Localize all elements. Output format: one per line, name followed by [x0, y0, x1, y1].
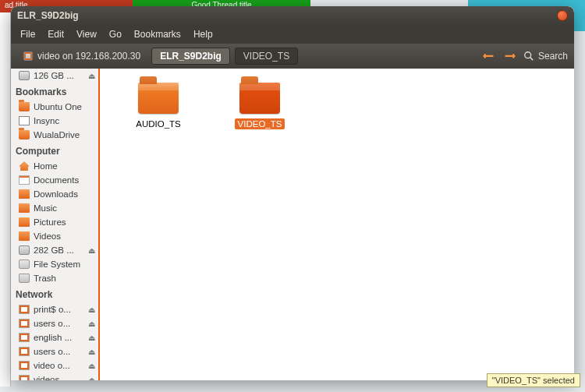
sidebar-item-label: Documents — [34, 175, 79, 185]
music-icon — [19, 203, 30, 213]
folder-item-video-ts[interactable]: VIDEO_TS — [225, 83, 295, 129]
sidebar-item-net-video[interactable]: video o...⏏ — [11, 358, 98, 373]
sidebar-item-label: File System — [34, 260, 80, 269]
menu-bookmarks[interactable]: Bookmarks — [129, 27, 186, 41]
menu-go[interactable]: Go — [105, 27, 126, 41]
sidebar-section-computer: Computer — [11, 142, 98, 159]
search-label: Search — [538, 51, 568, 62]
sidebar-item-insync[interactable]: Insync — [11, 114, 98, 128]
menu-help[interactable]: Help — [189, 27, 218, 41]
checkbox-icon — [19, 116, 30, 125]
sidebar-item-wualadrive[interactable]: WualaDrive — [11, 128, 98, 142]
network-share-icon — [19, 333, 30, 342]
sidebar-item-ubuntu-one[interactable]: Ubuntu One — [11, 100, 98, 114]
sidebar[interactable]: 126 GB ... ⏏ Bookmarks Ubuntu One Insync… — [11, 69, 100, 380]
eject-icon[interactable]: ⏏ — [88, 334, 95, 342]
downloads-icon — [19, 189, 30, 199]
folder-label: AUDIO_TS — [133, 118, 184, 129]
trash-icon — [19, 274, 30, 283]
eject-icon[interactable]: ⏏ — [88, 362, 95, 370]
search-button[interactable]: Search — [523, 51, 568, 62]
sidebar-item-net-english[interactable]: english ...⏏ — [11, 330, 98, 344]
eject-icon[interactable]: ⏏ — [88, 72, 95, 80]
device-chip[interactable]: video on 192.168.200.30 — [17, 49, 147, 63]
eject-icon[interactable]: ⏏ — [88, 320, 95, 328]
file-view[interactable]: AUDIO_TS VIDEO_TS — [100, 69, 574, 380]
pictures-icon — [19, 217, 30, 227]
bg-left-column — [0, 12, 11, 387]
sidebar-item-net-videos[interactable]: videos ...⏏ — [11, 373, 98, 380]
folder-label: VIDEO_TS — [235, 118, 285, 129]
close-icon[interactable] — [557, 10, 568, 21]
sidebar-item-drive-282[interactable]: 282 GB ...⏏ — [11, 243, 98, 257]
sidebar-item-label: english ... — [34, 333, 72, 342]
sidebar-item-downloads[interactable]: Downloads — [11, 187, 98, 201]
svg-point-0 — [525, 52, 531, 58]
folder-icon — [138, 83, 179, 114]
search-icon — [523, 51, 534, 62]
sidebar-item-label: video o... — [34, 361, 70, 370]
folder-icon — [19, 130, 30, 139]
sidebar-item-label: videos ... — [34, 375, 69, 380]
menubar: File Edit View Go Bookmarks Help — [11, 25, 574, 44]
network-share-icon — [19, 319, 30, 328]
pathbar: video on 192.168.200.30 ELR_S9D2big VIDE… — [11, 44, 574, 69]
sidebar-section-network: Network — [11, 285, 98, 302]
menu-view[interactable]: View — [72, 27, 101, 41]
device-label: video on 192.168.200.30 — [37, 51, 140, 62]
file-manager-window: ELR_S9D2big File Edit View Go Bookmarks … — [11, 6, 574, 380]
sidebar-item-label: users o... — [34, 347, 70, 356]
eject-icon[interactable]: ⏏ — [88, 246, 95, 255]
drive-icon — [19, 245, 30, 255]
sidebar-item-label: Home — [34, 161, 58, 171]
sidebar-item-net-print[interactable]: print$ o...⏏ — [11, 302, 98, 316]
folder-item-audio-ts[interactable]: AUDIO_TS — [123, 83, 193, 129]
network-share-icon — [19, 375, 30, 380]
sidebar-item-net-users2[interactable]: users o...⏏ — [11, 344, 98, 358]
sidebar-item-home[interactable]: Home — [11, 159, 98, 173]
network-share-icon — [19, 347, 30, 356]
sidebar-item-label: 126 GB ... — [34, 71, 74, 80]
sidebar-item-label: Insync — [34, 116, 59, 125]
sidebar-item-label: Pictures — [34, 217, 66, 227]
sidebar-item-pictures[interactable]: Pictures — [11, 215, 98, 229]
menu-file[interactable]: File — [16, 27, 40, 41]
document-icon — [19, 175, 30, 185]
sidebar-item-filesystem[interactable]: File System — [11, 257, 98, 271]
menu-edit[interactable]: Edit — [43, 27, 69, 41]
eject-icon[interactable]: ⏏ — [88, 376, 95, 381]
folder-icon — [239, 83, 280, 114]
folder-icon — [19, 102, 30, 111]
sidebar-item-videos[interactable]: Videos — [11, 229, 98, 243]
sidebar-item-music[interactable]: Music — [11, 201, 98, 215]
sidebar-item-label: Downloads — [34, 189, 78, 199]
eject-icon[interactable]: ⏏ — [88, 305, 95, 314]
sidebar-item-label: print$ o... — [34, 305, 71, 314]
sidebar-item-trash[interactable]: Trash — [11, 271, 98, 285]
sidebar-item-label: users o... — [34, 319, 70, 328]
back-icon[interactable]: 🠔 — [480, 48, 497, 64]
disk-icon — [23, 51, 33, 61]
sidebar-item-label: Videos — [34, 231, 61, 241]
network-share-icon — [19, 305, 30, 314]
sidebar-section-bookmarks: Bookmarks — [11, 83, 98, 100]
home-icon — [19, 161, 30, 171]
sidebar-item-net-users1[interactable]: users o...⏏ — [11, 316, 98, 330]
sidebar-item-documents[interactable]: Documents — [11, 173, 98, 187]
drive-icon — [19, 71, 30, 80]
window-title: ELR_S9D2big — [17, 10, 79, 21]
status-tooltip: "VIDEO_TS" selected — [487, 373, 580, 387]
sidebar-item-label: WualaDrive — [34, 130, 80, 139]
titlebar[interactable]: ELR_S9D2big — [11, 6, 574, 25]
sidebar-item-label: Ubuntu One — [34, 102, 82, 111]
breadcrumb-current[interactable]: ELR_S9D2big — [151, 48, 230, 65]
sidebar-item-label: 282 GB ... — [34, 245, 74, 255]
sidebar-item-label: Trash — [34, 274, 56, 283]
filesystem-icon — [19, 260, 30, 269]
svg-line-1 — [530, 58, 534, 61]
breadcrumb-child[interactable]: VIDEO_TS — [235, 48, 298, 65]
eject-icon[interactable]: ⏏ — [88, 348, 95, 356]
sidebar-item-drive-top[interactable]: 126 GB ... ⏏ — [11, 69, 98, 83]
network-share-icon — [19, 361, 30, 370]
forward-icon[interactable]: 🠖 — [502, 48, 519, 64]
